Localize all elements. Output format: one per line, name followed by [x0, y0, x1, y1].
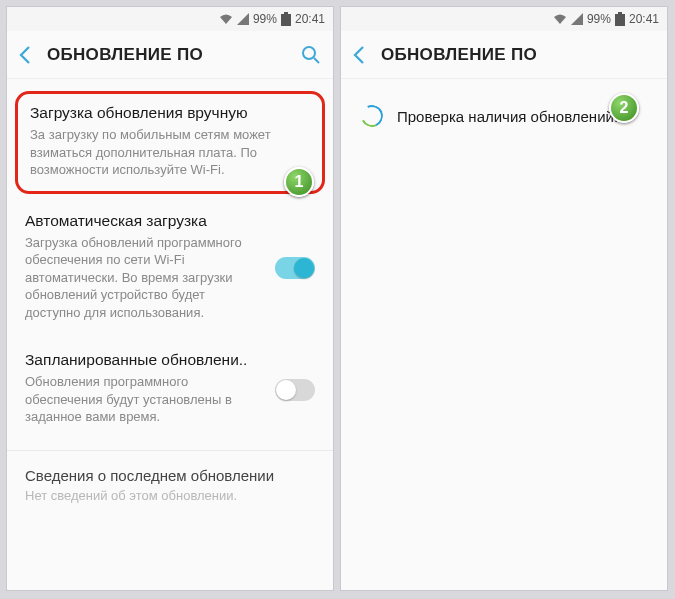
option-title: Загрузка обновления вручную	[30, 104, 310, 122]
signal-icon	[571, 13, 583, 25]
callout-badge-2: 2	[609, 93, 639, 123]
option-desc: Обновления программного обеспечения буду…	[25, 373, 315, 426]
auto-download-toggle[interactable]	[275, 257, 315, 279]
page-title: ОБНОВЛЕНИЕ ПО	[381, 45, 655, 65]
manual-download-option[interactable]: Загрузка обновления вручную За загрузку …	[15, 91, 325, 194]
status-bar: 99% 20:41	[7, 7, 333, 31]
option-title: Автоматическая загрузка	[25, 212, 315, 230]
wifi-icon	[219, 13, 233, 25]
header: ОБНОВЛЕНИЕ ПО	[341, 31, 667, 79]
back-button[interactable]	[19, 46, 47, 64]
signal-icon	[237, 13, 249, 25]
header: ОБНОВЛЕНИЕ ПО	[7, 31, 333, 79]
battery-pct: 99%	[253, 12, 277, 26]
battery-pct: 99%	[587, 12, 611, 26]
wifi-icon	[553, 13, 567, 25]
callout-badge-1: 1	[284, 167, 314, 197]
svg-rect-4	[618, 12, 622, 14]
svg-rect-0	[284, 12, 288, 14]
battery-icon	[281, 12, 291, 26]
search-button[interactable]	[293, 45, 321, 65]
back-button[interactable]	[353, 46, 381, 64]
clock: 20:41	[295, 12, 325, 26]
option-title: Запланированные обновлени..	[25, 351, 315, 369]
status-bar: 99% 20:41	[341, 7, 667, 31]
checking-text: Проверка наличия обновлений...	[397, 108, 626, 125]
svg-point-2	[303, 47, 315, 59]
content: Загрузка обновления вручную За загрузку …	[7, 79, 333, 590]
svg-rect-1	[281, 14, 291, 26]
option-desc: За загрузку по мобильным сетям может взи…	[30, 126, 310, 179]
auto-download-option[interactable]: Автоматическая загрузка Загрузка обновле…	[7, 198, 333, 338]
scheduled-updates-option[interactable]: Запланированные обновлени.. Обновления п…	[7, 337, 333, 442]
footer-title: Сведения о последнем обновлении	[25, 467, 315, 484]
last-update-info[interactable]: Сведения о последнем обновлении Нет свед…	[7, 450, 333, 519]
content: Проверка наличия обновлений...	[341, 79, 667, 590]
clock: 20:41	[629, 12, 659, 26]
svg-line-3	[314, 58, 319, 63]
page-title: ОБНОВЛЕНИЕ ПО	[47, 45, 293, 65]
footer-desc: Нет сведений об этом обновлении.	[25, 488, 315, 503]
option-desc: Загрузка обновлений программного обеспеч…	[25, 234, 315, 322]
spinner-icon	[358, 102, 386, 130]
battery-icon	[615, 12, 625, 26]
svg-rect-5	[615, 14, 625, 26]
phone-right: 99% 20:41 ОБНОВЛЕНИЕ ПО Проверка наличия…	[340, 6, 668, 591]
scheduled-updates-toggle[interactable]	[275, 379, 315, 401]
phone-left: 99% 20:41 ОБНОВЛЕНИЕ ПО Загрузка обновле…	[6, 6, 334, 591]
